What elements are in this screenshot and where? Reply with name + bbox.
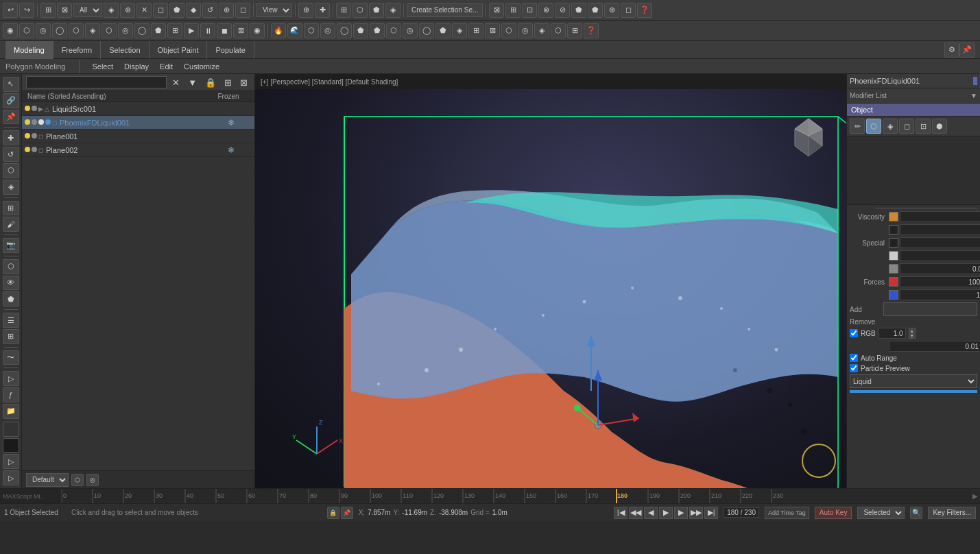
toolbar-icon-1[interactable]: ⊞ [40, 3, 56, 18]
selected-dropdown[interactable]: Selected [857, 507, 905, 519]
vtool-eye[interactable]: 👁 [3, 276, 19, 291]
toolbar2-icon-11[interactable]: ⊞ [167, 23, 182, 38]
sub-select[interactable]: Select [92, 62, 113, 71]
toolbar2-icon-10[interactable]: ⬟ [151, 23, 166, 38]
vtool-color-b[interactable] [3, 438, 19, 453]
viscosity-value-2[interactable] [900, 224, 980, 235]
play-back-btn[interactable]: ◀ [644, 507, 658, 519]
toolbar-icon-27[interactable]: ❓ [637, 3, 652, 18]
forces-swatch-1[interactable] [889, 277, 898, 287]
vtool-paint[interactable]: 🖌 [3, 217, 19, 232]
vtool-curve[interactable]: 〜 [3, 350, 19, 365]
vtool-pin[interactable]: 📌 [3, 110, 19, 125]
toolbar2-icon-17[interactable]: 🔥 [271, 23, 286, 38]
play-next-btn[interactable]: ▶▶ [689, 507, 703, 519]
status-lock-btn[interactable]: 🔒 [327, 507, 339, 519]
modifier-list-arrow[interactable]: ▼ [970, 92, 977, 99]
toolbar2-icon-33[interactable]: ◈ [534, 23, 549, 38]
all-dropdown[interactable]: All [73, 3, 102, 17]
sub-display[interactable]: Display [124, 62, 149, 71]
toolbar2-icon-6[interactable]: ◈ [85, 23, 100, 38]
scene-options-btn[interactable]: ⊠ [237, 77, 250, 88]
toolbar2-icon-4[interactable]: ◯ [52, 23, 67, 38]
toolbar-icon-12[interactable]: ⊕ [298, 3, 313, 18]
toolbar-icon-7[interactable]: ⬟ [169, 3, 184, 18]
vtool-list[interactable]: ☰ [3, 313, 19, 328]
toolbar2-icon-27[interactable]: ⬟ [435, 23, 451, 38]
toolbar-icon-19[interactable]: ⊞ [505, 3, 521, 18]
rgb-down[interactable]: ▼ [909, 333, 915, 338]
add-time-tag-btn[interactable]: Add Time Tag [765, 507, 809, 519]
toolbar2-icon-8[interactable]: ◎ [118, 23, 133, 38]
tab-modeling[interactable]: Modeling [5, 41, 53, 59]
vtool-folder[interactable]: 📁 [3, 404, 19, 419]
sub-customize[interactable]: Customize [184, 62, 219, 71]
toolbar2-icon-24[interactable]: ⬡ [386, 23, 401, 38]
bottom-icon-1[interactable]: ⬡ [71, 474, 84, 486]
rp-tool-utilities[interactable]: ⬢ [932, 119, 947, 134]
view-dropdown[interactable]: View [256, 3, 292, 17]
toolbar2-icon-21[interactable]: ◯ [337, 23, 352, 38]
tab-freeform[interactable]: Freeform [53, 41, 101, 59]
toolbar-icon-6[interactable]: ◻ [153, 3, 168, 18]
toolbar2-icon-34[interactable]: ⬡ [551, 23, 566, 38]
rgb-spinner[interactable]: ▲ ▼ [909, 328, 916, 339]
status-pin-btn[interactable]: 📌 [341, 507, 353, 519]
special-swatch-1[interactable] [889, 238, 898, 248]
rp-tool-pencil[interactable]: ✏ [850, 119, 865, 134]
toolbar2-icon-22[interactable]: ⬟ [353, 23, 368, 38]
vtool-select[interactable]: ◈ [3, 180, 19, 195]
toolbar2-icon-29[interactable]: ⊞ [468, 23, 483, 38]
toolbar2-icon-19[interactable]: ⬡ [304, 23, 319, 38]
special-value-1[interactable] [900, 237, 980, 248]
search-btn[interactable]: 🔍 [910, 507, 922, 519]
play-start-btn[interactable]: |◀ [614, 507, 628, 519]
sub-edit[interactable]: Edit [160, 62, 173, 71]
vtool-rotate[interactable]: ↺ [3, 147, 19, 162]
toolbar-icon-13[interactable]: ✚ [315, 3, 330, 18]
toolbar-icon-8[interactable]: ◆ [186, 3, 201, 18]
toolbar2-icon-9[interactable]: ◯ [134, 23, 150, 38]
toolbar2-icon-26[interactable]: ◯ [419, 23, 434, 38]
vtool-layer[interactable]: ⬡ [3, 259, 19, 274]
toolbar-icon-22[interactable]: ⊘ [555, 3, 570, 18]
toolbar2-icon-18[interactable]: 🌊 [287, 23, 302, 38]
viewport[interactable]: [+] [Perspective] [Standard] [Default Sh… [255, 74, 846, 488]
vtool-link[interactable]: 🔗 [3, 93, 19, 108]
toolbar-icon-25[interactable]: ⊕ [604, 3, 619, 18]
toolbar-icon-2[interactable]: ⊠ [57, 3, 72, 18]
toolbar2-icon-36[interactable]: ❓ [584, 23, 599, 38]
rp-tool-hierarchy[interactable]: ◈ [883, 119, 898, 134]
toolbar2-icon-31[interactable]: ⬡ [501, 23, 516, 38]
toolbar-icon-21[interactable]: ⊗ [538, 3, 553, 18]
toolbar-icon-11[interactable]: ◻ [235, 3, 250, 18]
scene-item-liquidsrc001[interactable]: ▶ △ LiquidSrc001 [22, 102, 254, 116]
toolbar2-icon-20[interactable]: ◎ [320, 23, 335, 38]
toolbar-icon-3[interactable]: ◈ [104, 3, 119, 18]
toolbar2-icon-14[interactable]: ⏹ [217, 23, 232, 38]
scene-item-phoenixfd001[interactable]: ◻ PhoenixFDLiquid001 ❄ [22, 116, 254, 130]
viscosity-value[interactable] [900, 211, 980, 222]
vtool-fn[interactable]: ƒ [3, 387, 19, 402]
play-end-btn[interactable]: ▶| [704, 507, 718, 519]
vtool-expand[interactable]: ▷ [3, 454, 19, 469]
key-filters-button[interactable]: Key Filters... [928, 507, 976, 519]
vtool-grid[interactable]: ⊞ [3, 329, 19, 344]
toolbar-icon-9[interactable]: ↺ [202, 3, 217, 18]
toolbar2-icon-1[interactable]: ◉ [3, 23, 18, 38]
toolbar2-icon-28[interactable]: ◈ [452, 23, 467, 38]
viewport-cube[interactable] [785, 108, 833, 156]
auto-range-checkbox[interactable] [850, 354, 858, 362]
toolbar2-icon-16[interactable]: ◉ [250, 23, 265, 38]
viscosity-swatch-2[interactable] [889, 225, 898, 234]
special-value-3[interactable] [900, 263, 980, 274]
rp-tool-motion[interactable]: ◻ [899, 119, 914, 134]
bottom-icon-2[interactable]: ◎ [86, 474, 99, 486]
vtool-move[interactable]: ✚ [3, 130, 19, 145]
toolbar2-icon-3[interactable]: ◎ [36, 23, 51, 38]
toolbar-icon-20[interactable]: ⊡ [522, 3, 537, 18]
rgb-up[interactable]: ▲ [909, 328, 915, 333]
add-field[interactable] [883, 302, 977, 316]
vtool-tri[interactable]: ▷ [3, 371, 19, 386]
particle-preview-checkbox[interactable] [850, 364, 858, 372]
